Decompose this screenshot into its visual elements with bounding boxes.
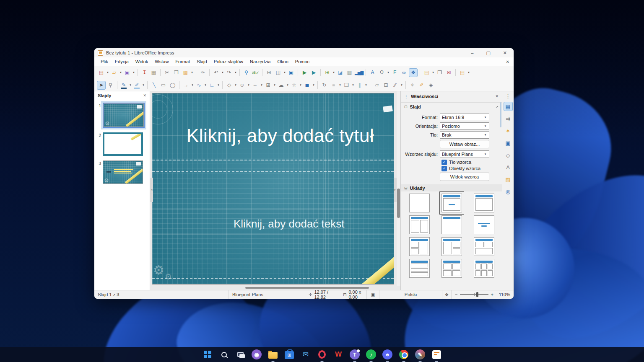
layout-title-only[interactable]	[441, 215, 462, 234]
display-grid-icon[interactable]: ⊞	[265, 68, 273, 77]
menu-okno[interactable]: Okno	[275, 58, 291, 65]
menu-edycja[interactable]: Edycja	[112, 58, 132, 65]
slide-thumbnail-2[interactable]: 2	[94, 129, 150, 157]
close-document-icon[interactable]: ✕	[506, 59, 510, 64]
save-dropdown-icon[interactable]: ▾	[132, 71, 135, 74]
sidebar-properties-icon[interactable]: ▤	[504, 102, 513, 111]
menu-plik[interactable]: Plik	[98, 58, 111, 65]
new-slide-dropdown-icon[interactable]: ▾	[431, 71, 435, 74]
insert-line-icon[interactable]: ╲	[150, 81, 158, 90]
sidebar-animation-icon[interactable]: ✶	[504, 126, 513, 135]
save-icon[interactable]: ▣	[123, 68, 132, 77]
zoom-slider[interactable]: − +	[452, 290, 497, 299]
menu-pokaz-slajdow[interactable]: Pokaz slajdów	[211, 58, 246, 65]
sidebar-shapes-icon[interactable]: ◇	[504, 150, 513, 160]
horizontal-scrollbar[interactable]	[245, 287, 369, 289]
open-folder-icon[interactable]: ▱	[110, 68, 119, 77]
sidebar-master-slides-icon[interactable]: ▣	[504, 138, 513, 147]
clone-formatting-icon[interactable]: ✑	[198, 68, 207, 77]
undo-dropdown-icon[interactable]: ▾	[221, 71, 224, 74]
slides-panel-close-icon[interactable]: ✕	[143, 93, 146, 98]
hyperlink-icon[interactable]: ∞	[400, 68, 408, 77]
menu-narzedzia[interactable]: Narzędzia	[247, 58, 274, 65]
effects-icon[interactable]: ∕∕	[391, 81, 400, 90]
delete-slide-icon[interactable]: ⊠	[444, 68, 453, 77]
discord-icon[interactable]: ☻	[382, 349, 393, 360]
zoom-slider-thumb[interactable]	[476, 292, 478, 297]
slide-layout-icon[interactable]: ▤	[458, 68, 467, 77]
wps-office-icon[interactable]: W	[333, 349, 344, 360]
sidebar-navigator-icon[interactable]: ◎	[504, 187, 513, 196]
layout-content-over-content[interactable]	[409, 259, 430, 278]
line-color-dropdown-icon[interactable]: ▾	[129, 83, 132, 87]
symbol-shapes-icon[interactable]: ☺	[238, 81, 247, 90]
start-from-current-slide-icon[interactable]: ▶	[309, 68, 318, 77]
3d-objects-dropdown-icon[interactable]: ▾	[312, 83, 315, 87]
connector-dropdown-icon[interactable]: ▾	[217, 83, 220, 87]
menu-widok[interactable]: Widok	[132, 58, 151, 65]
block-arrows-icon[interactable]: ⇔	[251, 81, 260, 90]
chevron-down-icon[interactable]: ▾	[482, 151, 488, 158]
undo-icon[interactable]: ↶	[212, 68, 221, 77]
save-status[interactable]: ▣	[367, 290, 379, 299]
distribute-dropdown-icon[interactable]: ▾	[364, 83, 368, 87]
sidebar-styles-icon[interactable]: A	[504, 163, 513, 172]
sidebar-gallery-icon[interactable]: ▨	[504, 175, 513, 184]
lines-arrows-icon[interactable]: →	[182, 81, 190, 90]
file-explorer-icon[interactable]	[267, 349, 278, 360]
collapse-layouts-icon[interactable]: ⊟	[404, 186, 408, 190]
edit-points-icon[interactable]: ✧	[408, 81, 417, 90]
copy-icon[interactable]: ❐	[172, 68, 181, 77]
search-button[interactable]	[218, 349, 229, 360]
redo-icon[interactable]: ↷	[225, 68, 234, 77]
insert-image-icon[interactable]: ◪	[336, 68, 345, 77]
maximize-button[interactable]: ▢	[486, 50, 490, 56]
curve-icon[interactable]: ∿	[195, 81, 203, 90]
show-draw-functions-icon[interactable]: ❖	[409, 68, 418, 77]
collapse-section-icon[interactable]: ⊟	[404, 105, 408, 109]
new-document-icon[interactable]: ▤	[97, 68, 106, 77]
align-icon[interactable]: ≡	[329, 81, 338, 90]
stars-dropdown-icon[interactable]: ▾	[299, 83, 302, 87]
mail-icon[interactable]: ✉	[300, 349, 311, 360]
rectangle-icon[interactable]: ▭	[159, 81, 168, 90]
paste-icon[interactable]: ▧	[181, 68, 190, 77]
effects-dropdown-icon[interactable]: ▾	[400, 83, 403, 87]
slide-thumbnail-1[interactable]: 1 ⚙	[94, 99, 150, 129]
content-placeholder[interactable]: Kliknij, aby dodać tekst	[234, 217, 344, 230]
layout-blank[interactable]	[409, 194, 430, 212]
paint-app-icon[interactable]: ✎	[415, 349, 426, 360]
sidebar-menu-icon[interactable]: ⋮	[504, 93, 513, 99]
insert-image-button[interactable]: Wstaw obraz...	[440, 140, 489, 148]
crop-icon[interactable]: ⊡	[382, 81, 390, 90]
master-slide-dropdown[interactable]: Blueprint Plans ▾	[440, 150, 489, 158]
rotate-icon[interactable]: ↻	[320, 81, 329, 90]
new-dropdown-icon[interactable]: ▾	[106, 71, 109, 74]
layout-six-content[interactable]	[474, 259, 494, 278]
master-background-checkbox[interactable]: ✓ Tło wzorca	[441, 159, 471, 165]
insert-textbox-icon[interactable]: A	[368, 68, 377, 77]
vertical-scrollbar[interactable]	[397, 91, 400, 286]
fit-slide-button[interactable]: ✥	[442, 290, 452, 299]
menu-pomoc[interactable]: Pomoc	[292, 58, 312, 65]
view-dropdown-icon[interactable]: ▾	[283, 71, 286, 74]
callouts-icon[interactable]: ☁	[277, 81, 286, 90]
spelling-icon[interactable]: ab✓	[251, 68, 260, 77]
symbol-shapes-dropdown-icon[interactable]: ▾	[247, 83, 250, 87]
toggle-extrusion-icon[interactable]: ◈	[426, 81, 435, 90]
special-character-dropdown-icon[interactable]: ▾	[387, 71, 390, 74]
line-color-icon[interactable]: ✎	[119, 81, 128, 90]
flowchart-icon[interactable]: ⊞	[264, 81, 273, 90]
task-view-button[interactable]	[235, 349, 246, 360]
select-tool-icon[interactable]: ➤	[97, 81, 106, 90]
layout-two-content[interactable]	[409, 215, 430, 234]
insert-chart-icon[interactable]: ▂▅▇	[354, 68, 364, 77]
basic-shapes-icon[interactable]: ◇	[225, 81, 234, 90]
ellipse-icon[interactable]: ◯	[168, 81, 177, 90]
hide-panel-handle-right[interactable]: ▸	[394, 178, 397, 202]
layout-title-content[interactable]	[441, 194, 462, 212]
fontwork-icon[interactable]: F	[390, 68, 399, 77]
curve-dropdown-icon[interactable]: ▾	[204, 83, 207, 87]
menu-slajd[interactable]: Slajd	[194, 58, 210, 65]
distribute-icon[interactable]: ∥	[355, 81, 364, 90]
